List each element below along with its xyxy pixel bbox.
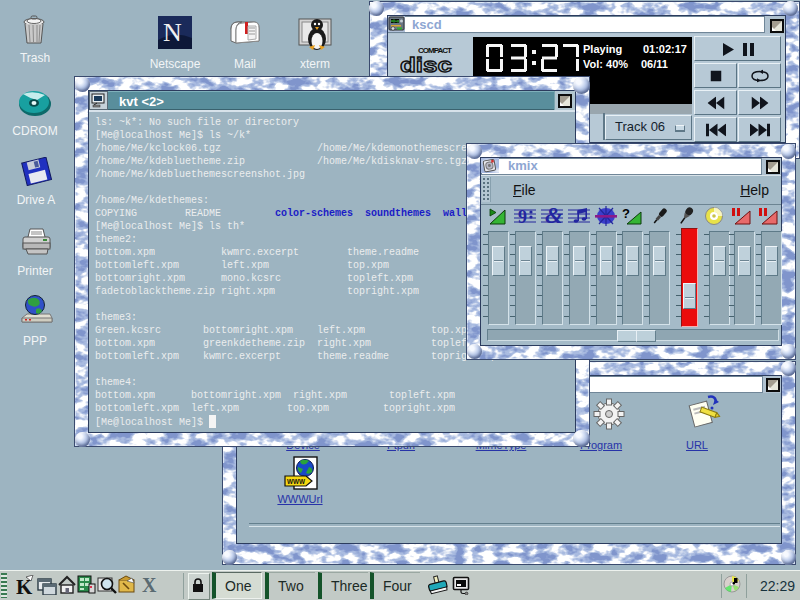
svg-text:?: ? <box>622 206 630 221</box>
svg-text:disc: disc <box>400 53 452 76</box>
svg-text:&: & <box>545 206 563 226</box>
svg-text:9: 9 <box>518 207 527 226</box>
svg-text:X: X <box>142 575 157 595</box>
svg-text:N: N <box>163 18 182 47</box>
svg-text:WWW: WWW <box>287 478 305 485</box>
